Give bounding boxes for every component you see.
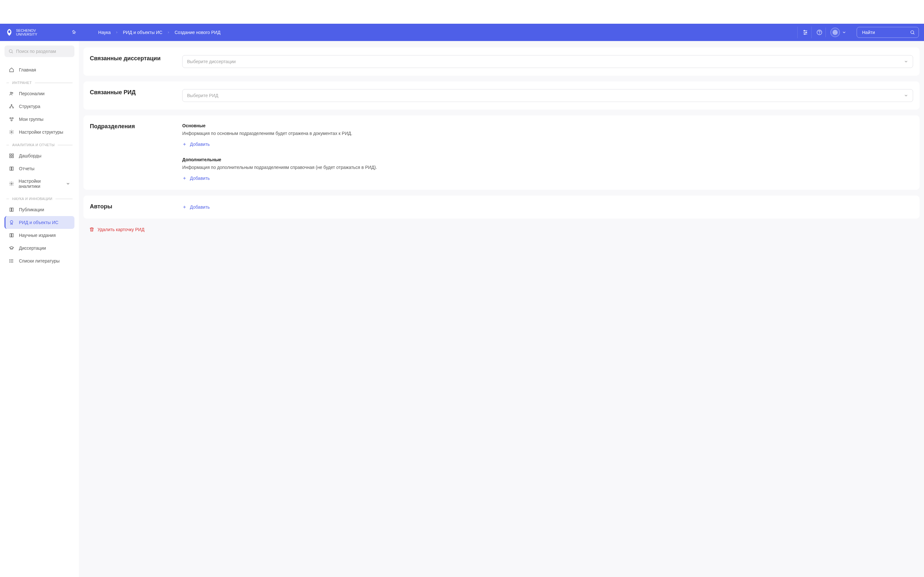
chevron-down-icon [904,93,908,98]
pin-button[interactable] [71,29,77,35]
plus-icon [182,176,187,181]
nav-label: Настройки аналитики [19,179,61,189]
nav-label: РИД и объекты ИС [19,220,58,225]
svg-point-21 [12,118,13,119]
svg-line-14 [12,52,13,53]
sidebar-item-publications[interactable]: Публикации [5,203,74,216]
avatar [830,27,840,37]
nav-label: Публикации [19,207,44,212]
card-label: Связанные диссертации [90,55,176,62]
card-label: Авторы [90,203,176,210]
card-related-rid: Связанные РИД Выберите РИД [83,81,919,110]
breadcrumb-item-1[interactable]: Наука [98,30,111,35]
sidebar-section-intranet: ИНТРАНЕТ [5,78,74,87]
main-content: Связанные диссертации Выберите диссертац… [79,41,924,577]
svg-point-15 [10,92,11,93]
sidebar-item-rid[interactable]: РИД и объекты ИС [5,216,74,229]
svg-point-19 [13,107,13,108]
dissertations-select[interactable]: Выберите диссертации [182,55,913,68]
sidebar-item-home[interactable]: Главная [5,63,74,76]
departments-main: Основные Информация по основным подразде… [182,123,913,148]
add-extra-department-button[interactable]: Добавить [182,174,210,182]
top-header: Sechenov University Наука РИД и объекты … [0,24,924,41]
gear-icon [9,129,14,135]
logo-icon [5,28,13,37]
dashboard-icon [9,153,14,158]
trash-icon [89,227,94,232]
award-icon [9,220,14,225]
sidebar-item-literature[interactable]: Списки литературы [5,255,74,268]
sidebar-item-mygroups[interactable]: Мои группы [5,113,74,126]
add-label: Добавить [190,205,210,210]
svg-point-7 [819,33,819,34]
svg-point-16 [12,92,13,93]
nav-label: Мои группы [19,117,43,122]
sub-label: Дополнительные [182,157,913,162]
nav-label: Диссертации [19,245,46,251]
add-author-button[interactable]: Добавить [182,203,210,211]
sub-label: Основные [182,123,913,128]
header-right [797,27,919,38]
sidebar-item-dissertations[interactable]: Диссертации [5,242,74,255]
sidebar-section-analytics: АНАЛИТИКА И ОТЧЕТЫ [5,140,74,149]
sub-desc: Информация по дополнительным подразделен… [182,165,913,170]
sidebar-search-input[interactable] [16,49,71,54]
book-icon [9,166,14,171]
book-icon [9,233,14,238]
add-label: Добавить [190,176,210,181]
nav-label: Отчеты [19,166,34,171]
card-label: Подразделения [90,123,176,130]
plus-icon [182,205,187,210]
svg-point-17 [11,105,12,105]
help-icon [817,29,822,35]
sidebar-item-dashboards[interactable]: Дашборды [5,149,74,162]
sidebar-search[interactable] [5,45,74,57]
rid-select[interactable]: Выберите РИД [182,89,913,102]
svg-rect-26 [10,156,11,158]
nav-label: Главная [19,67,36,73]
sidebar: Главная ИНТРАНЕТ Персоналии Структура Мо… [0,41,79,577]
gear-icon [9,181,14,186]
svg-point-18 [10,107,11,108]
plus-icon [182,142,187,147]
sidebar-item-journals[interactable]: Научные издания [5,229,74,242]
add-main-department-button[interactable]: Добавить [182,140,210,148]
sidebar-item-structure[interactable]: Структура [5,100,74,113]
card-authors: Авторы Добавить [83,195,919,219]
delete-card-button[interactable]: Удалить карточку РИД [83,224,144,232]
nav-label: Списки литературы [19,258,60,263]
chevron-right-icon [167,31,170,34]
fingerprint-icon [832,29,838,35]
svg-point-29 [10,221,13,223]
svg-rect-27 [12,156,13,158]
card-departments: Подразделения Основные Информация по осн… [83,115,919,190]
svg-rect-25 [12,154,13,155]
sidebar-item-structure-settings[interactable]: Настройки структуры [5,126,74,139]
home-icon [9,67,14,73]
book-icon [9,207,14,212]
nav-label: Персоналии [19,91,45,96]
delete-label: Удалить карточку РИД [97,227,144,232]
avatar-menu[interactable] [825,27,848,37]
search-icon [8,49,13,54]
logo[interactable]: Sechenov University [5,28,37,37]
sub-desc: Информация по основным подразделениям бу… [182,131,913,136]
svg-point-20 [10,118,11,119]
help-button[interactable] [811,27,823,38]
svg-point-34 [10,261,10,261]
sidebar-section-science: НАУКА И ИННОВАЦИИ [5,194,74,203]
svg-point-35 [10,262,10,262]
chevron-down-icon [66,181,70,186]
users-icon [9,91,14,96]
card-related-dissertations: Связанные диссертации Выберите диссертац… [83,47,919,76]
breadcrumb-item-2[interactable]: РИД и объекты ИС [123,30,162,35]
sidebar-item-personnel[interactable]: Персоналии [5,87,74,100]
header-search[interactable] [857,27,919,38]
nav-label: Настройки структуры [19,129,63,135]
svg-point-9 [834,31,837,34]
sidebar-item-reports[interactable]: Отчеты [5,162,74,175]
header-search-input[interactable] [857,27,919,38]
settings-sliders-button[interactable] [797,27,809,38]
svg-rect-24 [10,154,11,155]
sidebar-item-analytics-settings[interactable]: Настройки аналитики [5,175,74,192]
